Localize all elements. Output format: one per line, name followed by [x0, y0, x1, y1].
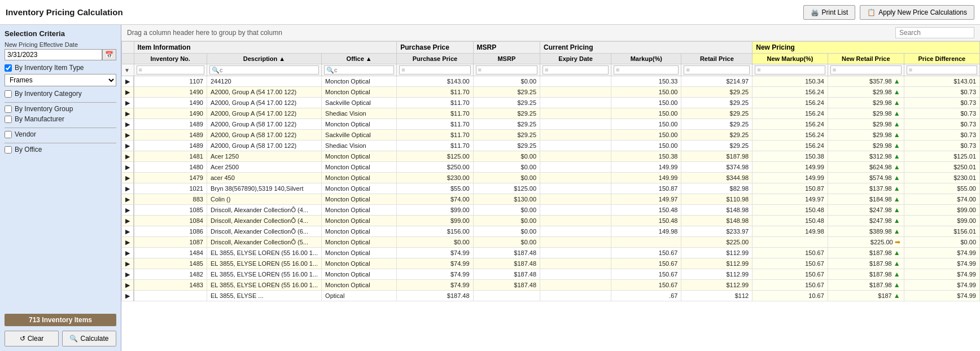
cell-purchase-price: $125.00	[397, 151, 473, 162]
price-up-icon: ▲	[894, 142, 900, 150]
by-category-checkbox[interactable]	[5, 90, 12, 98]
cell-description: A2000, Group A (54 17.00 122)	[207, 98, 321, 108]
cell-purchase-price: $11.70	[397, 108, 473, 119]
table-row[interactable]: ▶ 1084 Driscoll, Alexander CollectionÔ (…	[122, 216, 980, 226]
cell-inv-no: 1489	[134, 130, 207, 141]
cell-expiry-date	[540, 291, 611, 301]
vendor-checkbox[interactable]	[5, 131, 12, 138]
cell-msrp: $187.48	[473, 258, 540, 269]
col-new-markup[interactable]: New Markup(%)	[753, 54, 828, 64]
table-row[interactable]: ▶ 1489 A2000, Group A (58 17.00 122) She…	[122, 141, 980, 151]
cell-inv-no: 1480	[134, 162, 207, 173]
cell-inv-no: 1489	[134, 141, 207, 151]
col-retail-price[interactable]: Retail Price	[681, 54, 753, 64]
filter-markup[interactable]	[611, 64, 681, 76]
filter-description[interactable]	[207, 64, 321, 76]
row-selector: ▶	[122, 151, 134, 162]
cell-inv-no: 1084	[134, 216, 207, 226]
table-row[interactable]: ▶ 1479 acer 450 Moncton Optical $230.00 …	[122, 173, 980, 183]
table-row[interactable]: ▶ 1021 Bryn 38(567890),5319 140,Silvert …	[122, 183, 980, 194]
cell-price-diff: $156.01	[904, 226, 979, 237]
vendor-row: Vendor	[5, 130, 116, 138]
table-row[interactable]: ▶ EL 3855, ELYSE ... Optical $187.48 .67…	[122, 291, 980, 301]
item-count-bar: 713 Inventory Items	[5, 314, 116, 326]
filter-msrp[interactable]	[473, 64, 540, 76]
cell-inv-no: 1086	[134, 226, 207, 237]
table-row[interactable]: ▶ 883 Colin () Moncton Optical $74.00 $1…	[122, 194, 980, 205]
cell-msrp: $0.00	[473, 162, 540, 173]
by-manufacturer-checkbox[interactable]	[5, 116, 12, 123]
cell-office: Moncton Optical	[322, 205, 397, 216]
page-title: Inventory Pricing Calculation	[6, 7, 123, 17]
col-inv-no[interactable]: Inventory No.	[134, 54, 207, 64]
table-row[interactable]: ▶ 1490 A2000, Group A (54 17.00 122) Mon…	[122, 87, 980, 98]
row-selector: ▶	[122, 98, 134, 108]
col-markup[interactable]: Markup(%)	[611, 54, 681, 64]
cell-retail-price: $374.98	[681, 162, 753, 173]
cell-retail-price: $29.25	[681, 87, 753, 98]
by-category-label: By Inventory Category	[15, 90, 82, 98]
cell-msrp: $0.00	[473, 226, 540, 237]
cell-price-diff: $99.00	[904, 205, 979, 216]
filter-retail-price[interactable]	[681, 64, 753, 76]
col-expiry-date[interactable]: Expiry Date	[540, 54, 611, 64]
table-container[interactable]: Item Information Purchase Price MSRP Cur…	[121, 41, 980, 351]
filter-office[interactable]	[322, 64, 397, 76]
apply-calculations-button[interactable]: 📋 Apply New Price Calculations	[860, 5, 974, 20]
by-group-checkbox[interactable]	[5, 106, 12, 113]
table-row[interactable]: ▶ 1490 A2000, Group A (54 17.00 122) She…	[122, 108, 980, 119]
cell-inv-no: 1490	[134, 108, 207, 119]
calendar-button[interactable]: 📅	[102, 49, 116, 60]
cell-expiry-date	[540, 280, 611, 291]
table-row[interactable]: ▶ 1085 Driscoll, Alexander CollectionÔ (…	[122, 205, 980, 216]
print-list-button[interactable]: 🖨️ Print List	[803, 5, 856, 20]
cell-price-diff: $250.01	[904, 162, 979, 173]
calculate-button[interactable]: 🔍 Calculate	[62, 331, 116, 346]
clear-button[interactable]: ↺ Clear	[5, 331, 59, 346]
cell-inv-no: 1490	[134, 87, 207, 98]
table-row[interactable]: ▶ 1087 Driscoll, Alexander CollectionÔ (…	[122, 237, 980, 248]
filter-inv-no[interactable]	[134, 64, 207, 76]
cell-retail-price: $29.25	[681, 108, 753, 119]
table-row[interactable]: ▶ 1484 EL 3855, ELYSE LOREN (55 16.00 1.…	[122, 248, 980, 258]
cell-price-diff: $0.73	[904, 98, 979, 108]
table-row[interactable]: ▶ 1086 Driscoll, Alexander CollectionÔ (…	[122, 226, 980, 237]
table-row[interactable]: ▶ 1485 EL 3855, ELYSE LOREN (55 16.00 1.…	[122, 258, 980, 269]
by-office-row: By Office	[5, 146, 116, 153]
filter-price-diff[interactable]	[904, 64, 979, 76]
by-office-checkbox[interactable]	[5, 146, 12, 153]
cell-office: Moncton Optical	[322, 76, 397, 87]
filter-new-markup[interactable]	[753, 64, 828, 76]
col-new-retail-price[interactable]: New Retail Price	[828, 54, 904, 64]
cell-purchase-price: $11.70	[397, 98, 473, 108]
table-row[interactable]: ▶ 1489 A2000, Group A (58 17.00 122) Sac…	[122, 130, 980, 141]
cell-new-markup: 156.24	[753, 87, 828, 98]
table-row[interactable]: ▶ 1481 Acer 1250 Moncton Optical $125.00…	[122, 151, 980, 162]
cell-office: Moncton Optical	[322, 258, 397, 269]
search-input[interactable]	[895, 27, 974, 38]
cell-description: Colin ()	[207, 194, 321, 205]
col-description[interactable]: Description ▲	[207, 54, 321, 64]
col-price-diff[interactable]: Price Difference	[904, 54, 979, 64]
price-up-icon: ▲	[894, 120, 900, 128]
table-row[interactable]: ▶ 1482 EL 3855, ELYSE LOREN (55 16.00 1.…	[122, 269, 980, 280]
price-up-icon: ▲	[894, 270, 900, 278]
cell-office: Sackville Optical	[322, 130, 397, 141]
date-input[interactable]	[5, 49, 102, 60]
filter-purchase-price[interactable]	[397, 64, 473, 76]
table-row[interactable]: ▶ 1489 A2000, Group A (58 17.00 122) Mon…	[122, 119, 980, 130]
col-msrp[interactable]: MSRP	[473, 54, 540, 64]
table-row[interactable]: ▶ 1483 EL 3855, ELYSE LOREN (55 16.00 1.…	[122, 280, 980, 291]
by-item-type-checkbox[interactable]	[5, 64, 12, 72]
table-row[interactable]: ▶ 1107 244120 Moncton Optical $143.00 $0…	[122, 76, 980, 87]
table-row[interactable]: ▶ 1490 A2000, Group A (54 17.00 122) Sac…	[122, 98, 980, 108]
col-purchase-price[interactable]: Purchase Price	[397, 54, 473, 64]
cell-purchase-price: $74.99	[397, 269, 473, 280]
item-type-select[interactable]: Frames Contact Lenses Accessories Servic…	[5, 74, 116, 86]
filter-expiry-date[interactable]	[540, 64, 611, 76]
cell-expiry-date	[540, 130, 611, 141]
price-up-icon: ▲	[894, 152, 900, 160]
col-office[interactable]: Office ▲	[322, 54, 397, 64]
filter-new-retail-price[interactable]	[828, 64, 904, 76]
table-row[interactable]: ▶ 1480 Acer 2500 Moncton Optical $250.00…	[122, 162, 980, 173]
